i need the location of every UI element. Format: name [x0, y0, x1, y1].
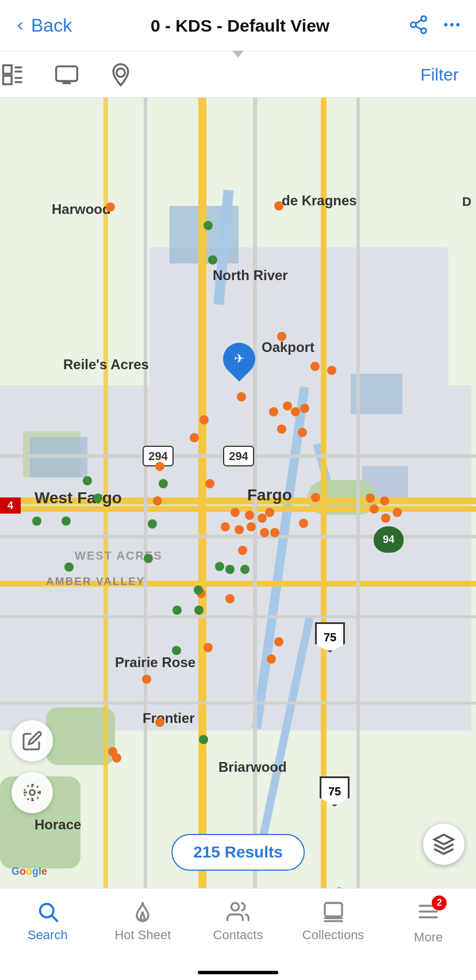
svg-rect-24 [325, 903, 342, 916]
road-gray-v3 [356, 98, 360, 888]
header-actions [408, 14, 462, 37]
orange-dot [153, 496, 162, 506]
monitor-icon[interactable] [54, 62, 79, 87]
svg-rect-8 [3, 65, 12, 74]
svg-point-6 [450, 23, 454, 26]
orange-dot [283, 401, 292, 411]
results-pill[interactable]: 215 Results [171, 834, 305, 871]
orange-dot [366, 493, 375, 503]
green-dot [62, 516, 71, 526]
shield-294-right: 294 [223, 446, 254, 466]
green-dot [64, 562, 74, 572]
more-badge: 2 [432, 895, 447, 910]
orange-dot [142, 675, 151, 684]
orange-dot [265, 508, 274, 517]
nav-item-contacts[interactable]: Contacts [190, 900, 286, 943]
more-options-icon[interactable] [442, 14, 462, 37]
orange-dot [225, 594, 235, 603]
orange-dot [155, 718, 164, 727]
edit-fab-button[interactable] [11, 720, 53, 761]
back-button[interactable]: Back [14, 15, 72, 36]
road-secondary-v [103, 98, 108, 888]
nav-label-hotsheet: Hot Sheet [114, 928, 171, 943]
orange-dot [204, 643, 213, 652]
shield-4: 4 [0, 497, 21, 514]
orange-dot [370, 504, 379, 514]
list-detail-icon[interactable] [0, 62, 25, 87]
nav-item-collections[interactable]: Collections [286, 900, 381, 943]
green-dot [144, 554, 153, 563]
green-dot [204, 221, 213, 230]
orange-dot [274, 201, 283, 210]
nav-item-more[interactable]: 2 More [381, 900, 476, 945]
svg-point-18 [30, 790, 35, 795]
google-logo: Google [11, 866, 47, 878]
orange-dot [237, 392, 246, 401]
nav-label-contacts: Contacts [213, 928, 263, 943]
orange-dot [270, 528, 279, 537]
road-vertical-center [198, 98, 206, 888]
nav-item-hotsheet[interactable]: Hot Sheet [95, 900, 191, 943]
dropdown-arrow [232, 51, 244, 58]
layers-fab-button[interactable] [423, 824, 465, 865]
nav-label-more: More [414, 930, 443, 945]
orange-dot [260, 528, 269, 537]
road-vertical-right [321, 98, 327, 888]
road-gray-v1 [253, 98, 257, 888]
green-dot [83, 476, 92, 485]
orange-dot [155, 462, 164, 471]
header: Back 0 - KDS - Default View [0, 0, 476, 52]
orange-dot [380, 496, 389, 506]
orange-dot [381, 514, 390, 523]
svg-point-23 [231, 903, 239, 910]
orange-dot [274, 637, 283, 646]
results-count: 215 Results [193, 843, 283, 862]
svg-line-3 [416, 26, 421, 29]
green-dot [225, 565, 235, 574]
road-gray-h2 [0, 535, 476, 538]
svg-point-5 [444, 23, 448, 26]
green-dot [32, 516, 41, 526]
green-dot [93, 493, 102, 503]
orange-dot [112, 753, 121, 763]
nav-label-search: Search [28, 928, 68, 943]
share-icon[interactable] [408, 14, 429, 37]
map-container[interactable]: Harwood de Kragnes North River Oakport R… [0, 98, 476, 888]
orange-dot [298, 428, 307, 437]
svg-rect-9 [3, 75, 12, 84]
airport-marker: ✈ [222, 343, 256, 384]
green-dot [172, 646, 181, 655]
orange-dot [106, 202, 115, 212]
orange-dot [277, 332, 286, 341]
svg-line-22 [52, 916, 57, 921]
green-dot [240, 565, 249, 574]
page-title: 0 - KDS - Default View [72, 16, 408, 36]
svg-point-17 [117, 68, 125, 77]
green-dot [148, 519, 157, 529]
location-fab-button[interactable] [11, 772, 53, 813]
orange-dot [311, 493, 320, 502]
orange-dot [393, 508, 402, 517]
map-label-dekragnes: de Kragnes [282, 193, 357, 209]
green-dot [194, 606, 204, 615]
map-pin-icon[interactable] [108, 62, 133, 87]
map-label-harwood: Harwood [52, 201, 111, 217]
filter-button[interactable]: Filter [420, 65, 459, 85]
orange-dot [267, 654, 276, 664]
green-dot [199, 735, 208, 744]
green-dot [208, 255, 217, 265]
orange-dot [199, 415, 209, 424]
svg-rect-14 [56, 66, 78, 81]
green-dot [172, 606, 182, 615]
back-label: Back [31, 15, 72, 36]
nav-item-search[interactable]: Search [0, 900, 95, 943]
orange-dot [238, 546, 247, 555]
svg-line-4 [416, 20, 421, 23]
bottom-nav: Search Hot Sheet Contacts Collections [0, 888, 476, 980]
road-gray-h4 [0, 702, 476, 705]
green-dot [194, 585, 203, 595]
green-dot [159, 479, 168, 488]
orange-dot [235, 525, 244, 534]
orange-dot [327, 366, 336, 375]
nav-label-collections: Collections [302, 928, 364, 943]
